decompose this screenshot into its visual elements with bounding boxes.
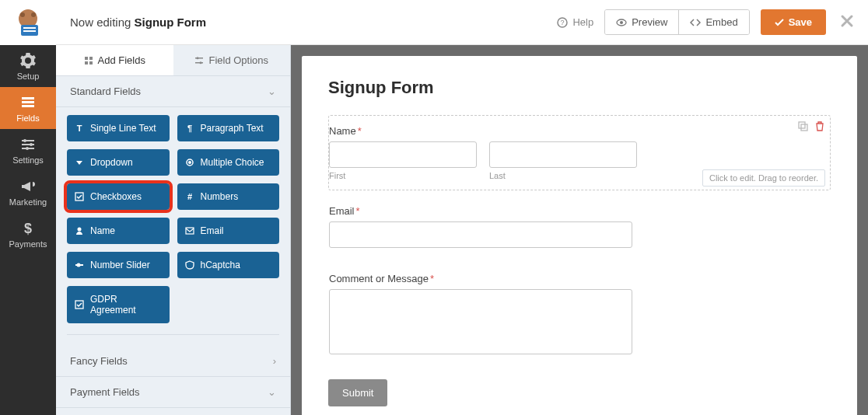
nav-fields[interactable]: Fields — [0, 87, 56, 129]
paragraph-icon: ¶ — [185, 124, 194, 133]
checkbox-icon — [75, 192, 84, 201]
field-block-email[interactable]: Email* — [328, 195, 831, 258]
caret-down-icon — [75, 158, 84, 167]
shield-icon — [185, 260, 194, 270]
svg-text:¶: ¶ — [187, 124, 191, 133]
editing-title: Now editing Signup Form — [70, 16, 206, 29]
close-button[interactable] — [840, 12, 854, 33]
svg-point-37 — [77, 263, 81, 267]
nav-marketing[interactable]: Marketing — [0, 171, 56, 213]
checkbox-icon — [75, 300, 84, 309]
svg-point-27 — [200, 61, 202, 64]
save-button[interactable]: Save — [761, 9, 826, 35]
label-email: Email* — [329, 205, 819, 217]
nav-settings[interactable]: Settings — [0, 129, 56, 171]
hash-icon: # — [185, 192, 194, 201]
svg-text:$: $ — [24, 221, 32, 236]
sublabel-last: Last — [489, 171, 637, 180]
chevron-down-icon: ⌄ — [268, 85, 276, 97]
svg-rect-7 — [22, 101, 34, 103]
field-numbers[interactable]: # Numbers — [177, 183, 280, 210]
help-link[interactable]: ? Help — [557, 16, 593, 28]
field-name[interactable]: Name — [67, 218, 170, 244]
svg-rect-26 — [195, 62, 203, 64]
svg-rect-4 — [23, 27, 36, 29]
svg-rect-42 — [799, 122, 805, 128]
tab-add-fields[interactable]: Add Fields — [56, 45, 173, 75]
svg-rect-35 — [186, 228, 194, 234]
chevron-down-icon: ⌄ — [268, 386, 276, 398]
svg-point-19 — [620, 21, 623, 24]
textarea-comment[interactable] — [329, 289, 632, 354]
field-paragraph-text[interactable]: ¶ Paragraph Text — [177, 115, 280, 141]
field-checkboxes[interactable]: Checkboxes — [67, 183, 170, 210]
svg-rect-5 — [23, 30, 36, 32]
field-email[interactable]: Email — [177, 218, 280, 244]
submit-button[interactable]: Submit — [328, 379, 387, 406]
envelope-icon — [185, 226, 194, 235]
field-gdpr[interactable]: GDPR Agreement — [67, 286, 170, 323]
gear-icon — [20, 53, 36, 68]
sublabel-first: First — [329, 171, 477, 180]
field-number-slider[interactable]: Number Slider — [67, 252, 170, 278]
person-icon — [75, 226, 84, 235]
vertical-nav: Setup Fields Settings Marketing $ Paymen… — [0, 0, 56, 415]
eye-icon — [616, 17, 627, 28]
svg-text:#: # — [187, 192, 191, 201]
input-last-name[interactable] — [489, 141, 637, 168]
radio-icon — [185, 158, 194, 167]
field-block-name[interactable]: Name* First Last Click to edit. Drag — [328, 115, 831, 190]
duplicate-icon[interactable] — [797, 120, 808, 131]
code-icon — [690, 17, 701, 28]
svg-point-14 — [26, 147, 29, 150]
embed-button[interactable]: Embed — [678, 10, 748, 34]
nav-setup[interactable]: Setup — [0, 45, 56, 87]
trash-icon[interactable] — [814, 120, 825, 131]
svg-rect-22 — [85, 61, 88, 65]
input-first-name[interactable] — [329, 141, 477, 168]
help-icon: ? — [557, 17, 568, 28]
bullhorn-icon — [20, 179, 36, 194]
group-standard-fields[interactable]: Standard Fields ⌄ — [56, 76, 290, 107]
svg-point-1 — [20, 12, 25, 17]
nav-payments[interactable]: $ Payments — [0, 213, 56, 255]
slider-icon — [75, 260, 84, 270]
preview-canvas: Signup Form Name* First — [291, 45, 868, 415]
field-multiple-choice[interactable]: Multiple Choice — [177, 149, 280, 176]
svg-rect-21 — [89, 57, 93, 60]
label-comment: Comment or Message* — [329, 273, 819, 284]
svg-text:?: ? — [561, 19, 565, 26]
input-email[interactable] — [329, 221, 632, 248]
logo — [0, 0, 56, 45]
svg-rect-43 — [801, 124, 807, 131]
sliders-icon — [194, 56, 204, 65]
field-hcaptcha[interactable]: hCaptcha — [177, 252, 280, 278]
svg-point-25 — [197, 57, 199, 59]
text-icon: T — [75, 124, 84, 133]
group-payment-fields[interactable]: Payment Fields ⌄ — [56, 377, 290, 408]
svg-rect-6 — [22, 97, 34, 99]
fields-panel: Add Fields Field Options Standard Fields… — [56, 45, 291, 415]
sliders-icon — [20, 137, 36, 152]
field-single-line-text[interactable]: T Single Line Text — [67, 115, 170, 141]
svg-rect-20 — [85, 57, 88, 60]
svg-point-31 — [188, 161, 191, 164]
field-dropdown[interactable]: Dropdown — [67, 149, 170, 176]
svg-point-10 — [23, 139, 26, 142]
group-fancy-fields[interactable]: Fancy Fields › — [56, 346, 290, 377]
grid-icon — [84, 56, 93, 65]
preview-button[interactable]: Preview — [605, 10, 678, 34]
field-block-comment[interactable]: Comment or Message* — [328, 263, 831, 367]
check-icon — [775, 18, 784, 27]
chevron-right-icon: › — [273, 355, 276, 367]
svg-rect-24 — [195, 58, 203, 59]
reorder-hint: Click to edit. Drag to reorder. — [702, 169, 825, 187]
svg-rect-8 — [22, 105, 34, 107]
tab-field-options[interactable]: Field Options — [173, 45, 291, 75]
svg-text:T: T — [77, 124, 82, 133]
svg-point-12 — [30, 143, 33, 146]
close-icon — [840, 14, 854, 28]
form-title: Signup Form — [328, 78, 831, 98]
wpforms-logo-icon — [12, 8, 44, 37]
svg-rect-23 — [89, 61, 93, 65]
